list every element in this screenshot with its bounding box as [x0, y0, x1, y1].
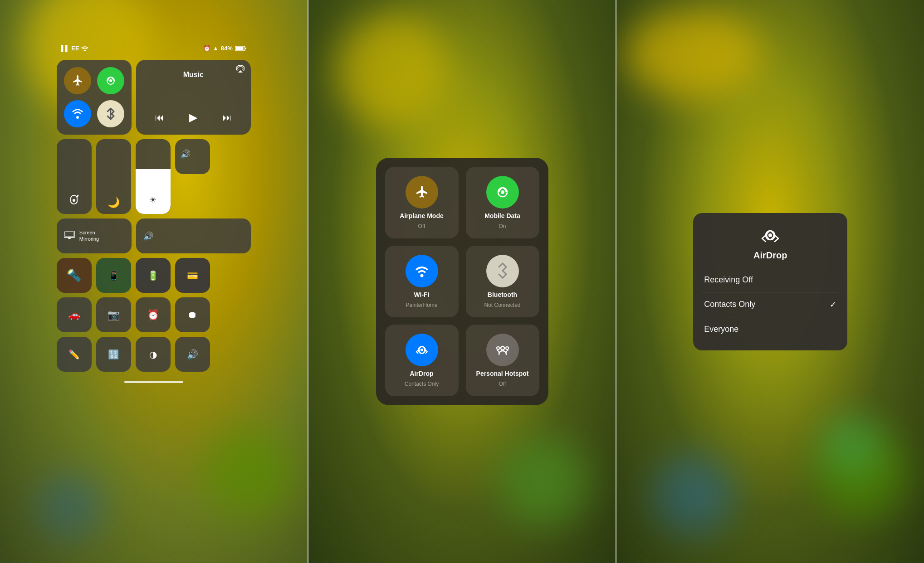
- volume-tile[interactable]: 🔊: [136, 218, 251, 253]
- svg-rect-1: [235, 47, 243, 50]
- battery-tile[interactable]: 🔋: [136, 258, 171, 293]
- svg-rect-7: [65, 232, 74, 237]
- airplane-circle: [406, 176, 438, 209]
- svg-point-16: [506, 347, 508, 349]
- do-not-disturb-tile[interactable]: 🌙: [96, 139, 131, 214]
- exp-tile-hotspot[interactable]: Personal Hotspot Off: [466, 325, 539, 396]
- wifi-tile-name: Wi-Fi: [414, 291, 429, 298]
- svg-point-17: [497, 347, 499, 349]
- exp-tile-airdrop[interactable]: AirDrop Contacts Only: [385, 325, 459, 396]
- status-right: ⏰ ▲ 84%: [203, 45, 246, 52]
- moon-icon: 🌙: [108, 197, 120, 209]
- svg-point-10: [420, 274, 423, 277]
- bluetooth-circle: [486, 255, 519, 287]
- screen-mirroring-tile[interactable]: ScreenMirroring: [57, 218, 132, 253]
- panel-1: ▌▌ EE ⏰ ▲ 84%: [0, 0, 308, 563]
- mobile-data-button[interactable]: [97, 67, 124, 94]
- small-tiles-row-2: 🚗 📷 ⏰ ⏺: [57, 297, 251, 332]
- hotspot-status: Off: [499, 381, 506, 387]
- mobile-status: On: [499, 223, 506, 229]
- flashlight-tile[interactable]: 🔦: [57, 258, 92, 293]
- brightness-icon: ☀: [149, 195, 156, 205]
- control-center-grid: Music ⏮ ▶ ⏭: [57, 60, 251, 372]
- screen-mirror-label: ScreenMirroring: [79, 230, 99, 242]
- carplay-tile[interactable]: 🚗: [57, 297, 92, 332]
- camera-tile[interactable]: 📷: [96, 297, 131, 332]
- airdrop-option-everyone[interactable]: Everyone: [702, 317, 838, 341]
- remote-tile[interactable]: 📱: [96, 258, 131, 293]
- airplane-status: Off: [418, 223, 425, 229]
- row-2: 🌙 ☀ 🔊: [57, 139, 251, 214]
- airplay-icon[interactable]: [236, 65, 244, 74]
- svg-point-5: [73, 199, 75, 202]
- battery-icon: [235, 46, 246, 51]
- small-tiles-row-1: 🔦 📱 🔋 💳: [57, 258, 251, 293]
- wifi-icon: [81, 46, 88, 51]
- exp-tile-bluetooth[interactable]: Bluetooth Not Connected: [466, 246, 539, 317]
- airdrop-option-contacts-only[interactable]: Contacts Only ✓: [702, 292, 838, 317]
- wifi-button[interactable]: [64, 100, 91, 127]
- svg-line-23: [775, 238, 778, 242]
- airdrop-menu: AirDrop Receiving Off Contacts Only ✓ Ev…: [693, 213, 847, 350]
- signal-bars: ▌▌: [61, 45, 69, 52]
- status-left: ▌▌ EE: [61, 45, 88, 52]
- orientation-lock-icon: [68, 194, 80, 209]
- music-tile[interactable]: Music ⏮ ▶ ⏭: [136, 60, 251, 135]
- volume-icon: 🔊: [181, 149, 191, 159]
- airdrop-menu-icon: [759, 224, 782, 247]
- connectivity-tile[interactable]: [57, 60, 132, 135]
- prev-button[interactable]: ⏮: [155, 112, 164, 123]
- bluetooth-tile-name: Bluetooth: [488, 291, 517, 298]
- svg-line-11: [499, 263, 503, 267]
- battery-percentage: 84%: [221, 45, 233, 52]
- wifi-circle: [406, 255, 438, 287]
- alarm-tile[interactable]: ⏰: [136, 297, 171, 332]
- everyone-label: Everyone: [704, 325, 738, 334]
- orientation-lock-tile[interactable]: [57, 139, 92, 214]
- accessibility-tile[interactable]: ◑: [136, 337, 171, 372]
- calculator-tile[interactable]: 🔢: [96, 337, 131, 372]
- notes-tile[interactable]: ✏️: [57, 337, 92, 372]
- carrier-label: EE: [71, 45, 79, 52]
- hotspot-tile-name: Personal Hotspot: [476, 370, 529, 377]
- home-indicator: [124, 381, 183, 383]
- location-icon: ▲: [213, 45, 219, 52]
- exp-tile-mobile[interactable]: Mobile Data On: [466, 167, 539, 238]
- wallet-tile[interactable]: 💳: [175, 258, 210, 293]
- music-title: Music: [142, 71, 244, 79]
- status-bar: ▌▌ EE ⏰ ▲ 84%: [57, 41, 251, 55]
- contacts-only-label: Contacts Only: [704, 300, 755, 309]
- svg-line-22: [775, 235, 778, 238]
- panel-3: AirDrop Receiving Off Contacts Only ✓ Ev…: [616, 0, 924, 563]
- exp-tile-airplane[interactable]: Airplane Mode Off: [385, 167, 459, 238]
- svg-line-21: [762, 238, 766, 242]
- record-tile[interactable]: ⏺: [175, 297, 210, 332]
- iphone-control-center: ▌▌ EE ⏰ ▲ 84%: [49, 32, 258, 531]
- hotspot-circle: [486, 334, 519, 366]
- bluetooth-button[interactable]: [97, 100, 124, 127]
- svg-line-12: [499, 274, 503, 278]
- play-button[interactable]: ▶: [189, 111, 197, 124]
- sound-recognition-tile[interactable]: 🔊: [175, 337, 210, 372]
- airdrop-option-receiving-off[interactable]: Receiving Off: [702, 268, 838, 292]
- small-tiles-row-3: ✏️ 🔢 ◑ 🔊: [57, 337, 251, 372]
- contacts-only-checkmark: ✓: [830, 300, 836, 310]
- volume-tile-icon: 🔊: [143, 231, 153, 241]
- volume-slider[interactable]: 🔊: [175, 139, 210, 174]
- next-button[interactable]: ⏭: [223, 112, 232, 123]
- airdrop-tile-name: AirDrop: [410, 370, 433, 377]
- svg-point-4: [109, 79, 112, 82]
- svg-point-19: [768, 233, 772, 237]
- svg-rect-2: [245, 48, 246, 49]
- screen-mirror-icon: [64, 231, 75, 242]
- mobile-circle: [486, 176, 519, 209]
- music-controls: ⏮ ▶ ⏭: [142, 111, 244, 128]
- row-connectivity-music: Music ⏮ ▶ ⏭: [57, 60, 251, 135]
- row-screen-mirror: ScreenMirroring 🔊: [57, 218, 251, 253]
- svg-point-9: [501, 190, 504, 194]
- exp-tile-wifi[interactable]: Wi-Fi PainterHome: [385, 246, 459, 317]
- bluetooth-status: Not Connected: [484, 302, 520, 308]
- airplane-mode-button[interactable]: [64, 67, 91, 94]
- brightness-slider[interactable]: ☀: [136, 139, 171, 214]
- airdrop-circle: [406, 334, 438, 366]
